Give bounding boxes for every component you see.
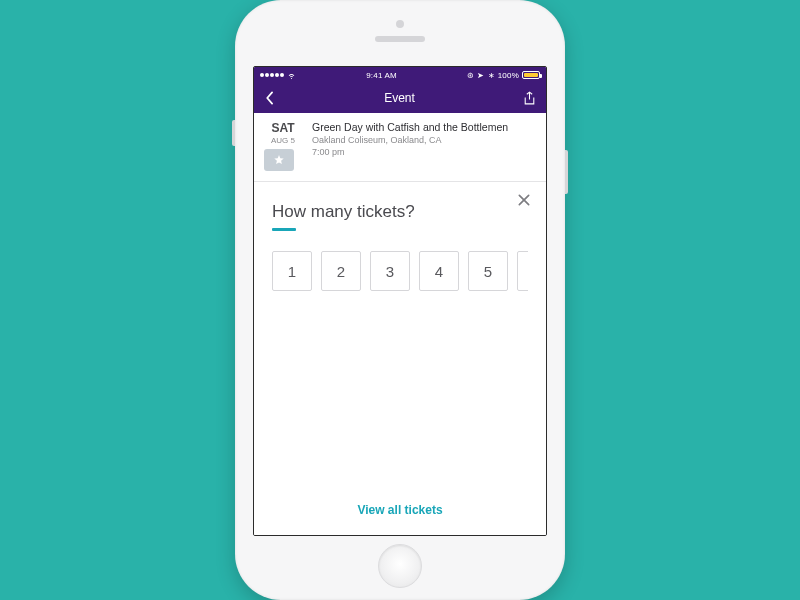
ticket-sheet: How many tickets? 1 2 3 4 5 View all tic…: [254, 182, 546, 535]
home-button[interactable]: [378, 544, 422, 588]
event-title: Green Day with Catfish and the Bottlemen: [312, 121, 508, 133]
phone-camera: [396, 20, 404, 28]
alarm-icon: ⊛: [467, 71, 474, 80]
ticket-question: How many tickets?: [272, 202, 528, 222]
event-venue: Oakland Coliseum, Oakland, CA: [312, 135, 508, 145]
ticket-options: 1 2 3 4 5: [272, 251, 528, 291]
back-button[interactable]: [264, 91, 276, 105]
close-button[interactable]: [512, 188, 536, 212]
event-header: SAT AUG 5 Green Day with Catfish and the…: [254, 113, 546, 182]
location-icon: ➤: [477, 71, 484, 80]
event-day-of-week: SAT: [264, 121, 302, 135]
nav-bar: Event: [254, 83, 546, 113]
event-time: 7:00 pm: [312, 147, 508, 157]
ticket-option-4[interactable]: 4: [419, 251, 459, 291]
battery-icon: [522, 71, 540, 79]
status-left: [260, 71, 296, 80]
status-time: 9:41 AM: [366, 71, 397, 80]
status-bar: 9:41 AM ⊛ ➤ ∗ 100%: [254, 67, 546, 83]
phone-speaker: [375, 36, 425, 42]
status-right: ⊛ ➤ ∗ 100%: [467, 71, 540, 80]
event-month-day: AUG 5: [264, 136, 302, 145]
bluetooth-icon: ∗: [488, 71, 495, 80]
nav-title: Event: [384, 91, 415, 105]
wifi-icon: [287, 71, 296, 80]
accent-underline: [272, 228, 296, 231]
view-all-tickets-link[interactable]: View all tickets: [272, 493, 528, 523]
ticket-option-5[interactable]: 5: [468, 251, 508, 291]
ticket-option-1[interactable]: 1: [272, 251, 312, 291]
ticket-option-next[interactable]: [517, 251, 528, 291]
event-date-tile: SAT AUG 5: [264, 121, 302, 171]
signal-icon: [260, 73, 284, 77]
share-button[interactable]: [523, 91, 536, 106]
event-thumbnail: [264, 149, 294, 171]
screen: 9:41 AM ⊛ ➤ ∗ 100% Event SAT AUG 5: [253, 66, 547, 536]
battery-pct: 100%: [498, 71, 519, 80]
ticket-option-2[interactable]: 2: [321, 251, 361, 291]
ticket-option-3[interactable]: 3: [370, 251, 410, 291]
event-meta: Green Day with Catfish and the Bottlemen…: [312, 121, 508, 171]
phone-device: 9:41 AM ⊛ ➤ ∗ 100% Event SAT AUG 5: [235, 0, 565, 600]
